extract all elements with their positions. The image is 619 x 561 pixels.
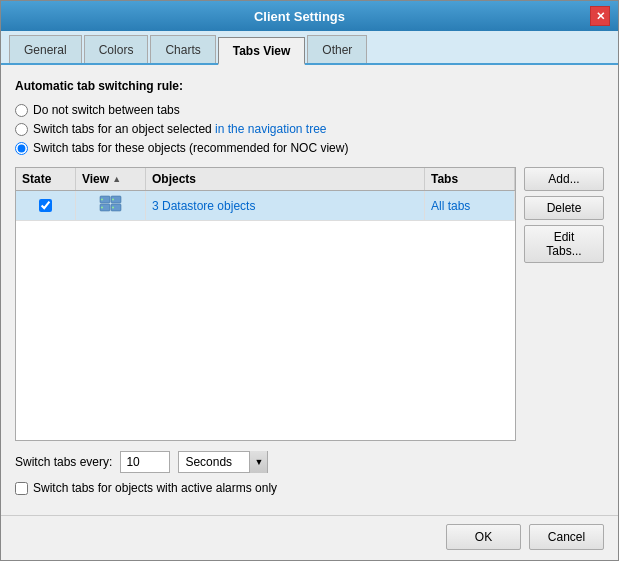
radio-no-switch: Do not switch between tabs	[15, 103, 604, 117]
close-button[interactable]: ✕	[590, 6, 610, 26]
objects-cell[interactable]: 3 Datastore objects	[146, 191, 425, 220]
switch-every-label: Switch tabs every:	[15, 455, 112, 469]
tab-colors[interactable]: Colors	[84, 35, 149, 63]
active-alarms-label: Switch tabs for objects with active alar…	[33, 481, 277, 495]
radio-group: Do not switch between tabs Switch tabs f…	[15, 103, 604, 155]
server-icon	[99, 195, 123, 216]
tab-general[interactable]: General	[9, 35, 82, 63]
side-buttons: Add... Delete Edit Tabs...	[524, 167, 604, 441]
svg-point-5	[101, 207, 103, 209]
state-cell	[16, 191, 76, 220]
add-button[interactable]: Add...	[524, 167, 604, 191]
svg-point-6	[112, 199, 114, 201]
tab-bar: General Colors Charts Tabs View Other	[1, 31, 618, 65]
radio-switch-nav: Switch tabs for an object selected in th…	[15, 122, 604, 136]
view-cell	[76, 191, 146, 220]
table-container: State View ▲ Objects Tabs	[15, 167, 516, 441]
title-bar: Client Settings ✕	[1, 1, 618, 31]
delete-button[interactable]: Delete	[524, 196, 604, 220]
sort-arrow-icon: ▲	[112, 174, 121, 184]
seconds-label: Seconds	[179, 452, 249, 472]
radio-switch-these-input[interactable]	[15, 142, 28, 155]
svg-point-4	[101, 199, 103, 201]
tab-charts[interactable]: Charts	[150, 35, 215, 63]
active-alarms-row: Switch tabs for objects with active alar…	[15, 481, 604, 495]
main-window: Client Settings ✕ General Colors Charts …	[0, 0, 619, 561]
svg-point-7	[112, 207, 114, 209]
window-title: Client Settings	[9, 9, 590, 24]
radio-switch-these-label: Switch tabs for these objects (recommend…	[33, 141, 348, 155]
col-header-objects: Objects	[146, 168, 425, 190]
tabs-cell: All tabs	[425, 191, 515, 220]
radio-switch-nav-label: Switch tabs for an object selected in th…	[33, 122, 327, 136]
footer: OK Cancel	[1, 515, 618, 560]
seconds-dropdown[interactable]: Seconds ▼	[178, 451, 268, 473]
radio-no-switch-input[interactable]	[15, 104, 28, 117]
switch-every-input[interactable]	[120, 451, 170, 473]
radio-switch-nav-input[interactable]	[15, 123, 28, 136]
section-title: Automatic tab switching rule:	[15, 79, 604, 93]
table-area: State View ▲ Objects Tabs	[15, 167, 604, 441]
switch-every-row: Switch tabs every: Seconds ▼	[15, 451, 604, 473]
table-header: State View ▲ Objects Tabs	[16, 168, 515, 191]
active-alarms-checkbox[interactable]	[15, 482, 28, 495]
cancel-button[interactable]: Cancel	[529, 524, 604, 550]
ok-button[interactable]: OK	[446, 524, 521, 550]
tab-other[interactable]: Other	[307, 35, 367, 63]
dropdown-arrow-icon[interactable]: ▼	[249, 451, 267, 473]
tab-tabs-view[interactable]: Tabs View	[218, 37, 306, 65]
state-checkbox[interactable]	[39, 199, 52, 212]
table-row[interactable]: 3 Datastore objects All tabs	[16, 191, 515, 221]
edit-tabs-button[interactable]: Edit Tabs...	[524, 225, 604, 263]
col-header-tabs: Tabs	[425, 168, 515, 190]
col-header-state: State	[16, 168, 76, 190]
radio-switch-these: Switch tabs for these objects (recommend…	[15, 141, 604, 155]
col-header-view: View ▲	[76, 168, 146, 190]
radio-no-switch-label: Do not switch between tabs	[33, 103, 180, 117]
content-area: Automatic tab switching rule: Do not swi…	[1, 65, 618, 515]
